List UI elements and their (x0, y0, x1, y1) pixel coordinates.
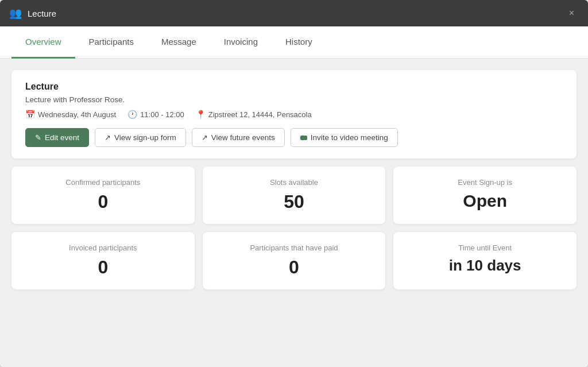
event-date: Wednesday, 4th August (38, 110, 116, 119)
event-card: Lecture Lecture with Professor Rose. 📅 W… (11, 70, 577, 159)
calendar-icon: 📅 (25, 110, 35, 119)
stat-signup-label: Event Sign-up is (403, 178, 567, 187)
close-button[interactable]: × (564, 6, 579, 21)
stat-slots-value: 50 (212, 191, 377, 213)
titlebar-left: 👥 Lecture (9, 7, 56, 20)
tab-history[interactable]: History (272, 26, 326, 59)
event-time: 11:00 - 12:00 (140, 110, 184, 119)
stat-confirmed: Confirmed participants 0 (11, 167, 195, 224)
stat-paid-value: 0 (212, 257, 377, 278)
stat-confirmed-value: 0 (21, 191, 185, 213)
event-date-meta: 📅 Wednesday, 4th August (25, 110, 116, 119)
stat-invoiced-label: Invoiced participants (21, 244, 185, 252)
stat-paid-label: Participants that have paid (212, 244, 377, 252)
stat-signup-value: Open (403, 191, 567, 211)
tab-participants[interactable]: Participants (75, 26, 148, 59)
view-future-label: View future events (211, 133, 275, 142)
stat-paid: Participants that have paid 0 (203, 232, 386, 289)
external-link-icon-2 (202, 133, 208, 142)
stat-confirmed-label: Confirmed participants (21, 178, 185, 187)
invite-video-button[interactable]: Invite to video meeting (291, 128, 398, 147)
invite-video-label: Invite to video meeting (311, 133, 388, 142)
stat-invoiced-value: 0 (21, 257, 185, 278)
event-time-meta: 🕐 11:00 - 12:00 (127, 110, 184, 119)
tab-invoicing[interactable]: Invoicing (210, 26, 272, 59)
tab-message[interactable]: Message (148, 26, 210, 59)
edit-event-button[interactable]: Edit event (25, 128, 89, 147)
stats-row-2: Invoiced participants 0 Participants tha… (11, 232, 577, 289)
location-icon: 📍 (196, 110, 206, 119)
video-icon (300, 136, 307, 140)
stat-time-label: Time until Event (403, 244, 567, 252)
pencil-icon (35, 133, 41, 142)
view-signup-button[interactable]: View sign-up form (95, 128, 186, 147)
app-window: 👥 Lecture × Overview Participants Messag… (0, 0, 588, 367)
stat-invoiced: Invoiced participants 0 (11, 232, 195, 289)
titlebar: 👥 Lecture × (0, 0, 588, 26)
edit-event-label: Edit event (45, 133, 79, 142)
event-title: Lecture (25, 82, 563, 92)
stat-signup-status: Event Sign-up is Open (393, 167, 577, 224)
view-future-button[interactable]: View future events (192, 128, 285, 147)
tab-overview[interactable]: Overview (11, 26, 75, 59)
users-icon: 👥 (9, 7, 22, 20)
main-content: Lecture Lecture with Professor Rose. 📅 W… (0, 59, 588, 367)
stat-slots: Slots available 50 (203, 167, 386, 224)
event-description: Lecture with Professor Rose. (25, 95, 563, 104)
stats-row-1: Confirmed participants 0 Slots available… (11, 167, 577, 224)
event-location-meta: 📍 Zipstreet 12, 14444, Pensacola (196, 110, 312, 119)
event-meta: 📅 Wednesday, 4th August 🕐 11:00 - 12:00 … (25, 110, 563, 119)
clock-icon: 🕐 (127, 110, 137, 119)
tabbar: Overview Participants Message Invoicing … (0, 26, 588, 59)
stat-time-value: in 10 days (403, 257, 567, 275)
event-location: Zipstreet 12, 14444, Pensacola (208, 110, 312, 119)
external-link-icon (105, 133, 111, 142)
window-title: Lecture (28, 9, 56, 18)
event-actions: Edit event View sign-up form View future… (25, 128, 563, 147)
view-signup-label: View sign-up form (114, 133, 176, 142)
stat-time-until: Time until Event in 10 days (393, 232, 577, 289)
stat-slots-label: Slots available (212, 178, 377, 187)
